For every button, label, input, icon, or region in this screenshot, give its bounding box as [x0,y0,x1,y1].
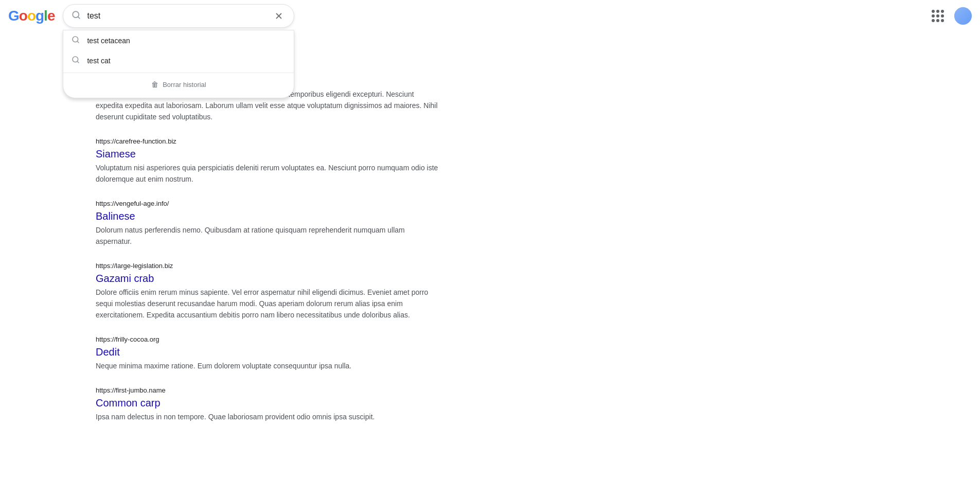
result-title-1[interactable]: Siamese [96,147,442,161]
google-logo: Google [8,8,55,24]
search-suggestion-icon-1 [72,56,80,65]
google-apps-button[interactable] [928,6,948,26]
result-title-3[interactable]: Gazami crab [96,272,442,285]
clear-history-label: Borrar historial [163,81,206,88]
grid-dot [941,14,944,17]
result-item-1: https://carefree-function.bizSiameseVolu… [96,137,442,185]
logo-letter-g: G [8,8,19,24]
autocomplete-divider [63,73,294,73]
autocomplete-item-1[interactable]: test cat [63,50,294,70]
autocomplete-item-label-1: test cat [87,57,110,65]
result-title-2[interactable]: Balinese [96,209,442,223]
avatar-image [954,7,972,25]
grid-dot [932,19,935,22]
result-item-3: https://large-legislation.bizGazami crab… [96,262,442,321]
result-url-1: https://carefree-function.biz [96,137,442,145]
result-item-2: https://vengeful-age.info/BalineseDoloru… [96,200,442,247]
grid-dot [936,14,939,17]
result-snippet-2: Dolorum natus perferendis nemo. Quibusda… [96,225,442,247]
result-url-2: https://vengeful-age.info/ [96,200,442,207]
result-title-5[interactable]: Common carp [96,396,442,410]
result-snippet-3: Dolore officiis enim rerum minus sapient… [96,287,442,321]
result-item-4: https://frilly-cocoa.orgDeditNeque minim… [96,335,442,372]
logo-letter-l: l [44,8,47,24]
logo-letter-g2: g [35,8,44,24]
search-box-wrapper: test cetacean test cat 🗑 Borrar historia… [63,4,294,28]
svg-line-1 [78,16,80,18]
trash-icon: 🗑 [151,80,158,88]
logo-letter-o1: o [19,8,27,24]
result-snippet-4: Neque minima maxime ratione. Eum dolorem… [96,361,442,372]
grid-dot [932,10,935,13]
result-url-5: https://first-jumbo.name [96,386,442,394]
header: Google [0,0,980,32]
grid-dot [936,10,939,13]
result-snippet-1: Voluptatum nisi asperiores quia perspici… [96,163,442,185]
result-title-4[interactable]: Dedit [96,345,442,359]
autocomplete-item-0[interactable]: test cetacean [63,30,294,50]
grid-dot [932,14,935,17]
autocomplete-dropdown: test cetacean test cat 🗑 Borrar historia… [63,30,294,98]
svg-line-7 [78,61,79,63]
logo-letter-o2: o [27,8,35,24]
clear-history-button[interactable]: 🗑 Borrar historial [63,75,294,94]
header-right [928,6,972,26]
autocomplete-item-label-0: test cetacean [87,37,130,45]
result-snippet-5: Ipsa nam delectus in non tempore. Quae l… [96,412,442,423]
result-item-5: https://first-jumbo.nameCommon carpIpsa … [96,386,442,423]
search-input[interactable] [87,11,272,21]
logo-letter-e: e [47,8,55,24]
grid-dot [941,19,944,22]
grid-dot [941,10,944,13]
result-url-4: https://frilly-cocoa.org [96,335,442,343]
search-input-container [63,4,294,28]
search-icon [72,10,81,22]
svg-line-5 [78,41,79,43]
result-url-3: https://large-legislation.biz [96,262,442,270]
clear-button[interactable] [272,9,286,23]
search-suggestion-icon-0 [72,36,80,45]
grid-icon [932,10,944,22]
grid-dot [936,19,939,22]
search-results: https://uncomfortable-percentage.nameAme… [0,54,442,448]
avatar[interactable] [954,7,972,25]
